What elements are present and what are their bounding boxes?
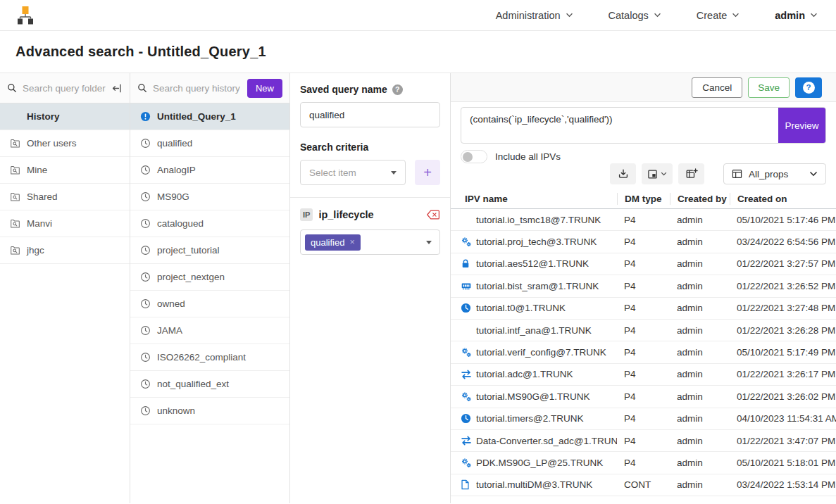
folder-item[interactable]: Manvi	[0, 210, 130, 237]
download-button[interactable]	[610, 163, 636, 184]
dm-type-cell: P4	[617, 258, 670, 269]
table-row[interactable]: tutorial.aes512@1.TRUNK P4 admin 01/22/2…	[451, 253, 836, 275]
query-history-item[interactable]: project_tutorial	[130, 237, 289, 264]
gears-icon	[461, 347, 476, 358]
folder-item[interactable]: Other users	[0, 130, 130, 157]
clock-icon	[140, 325, 151, 336]
table-toolbar: All_props	[461, 163, 826, 184]
include-all-ipvs-toggle[interactable]	[461, 150, 487, 163]
table-row[interactable]: tutorial.io_tsmc18@7.TRUNK P4 admin 05/1…	[451, 209, 836, 231]
created-by-cell: admin	[670, 258, 730, 269]
gears-icon	[461, 237, 476, 247]
memory-icon	[461, 281, 476, 291]
criteria-select-placeholder: Select item	[309, 168, 391, 178]
add-column-button[interactable]	[678, 163, 704, 184]
saved-query-name-label: Saved query name	[300, 84, 387, 95]
chevron-down-icon	[661, 172, 667, 176]
nav-menu-item[interactable]: Create	[697, 10, 740, 21]
query-history-item[interactable]: Untitled_Query_1	[130, 103, 289, 130]
query-history-item[interactable]: not_qualified_ext	[130, 371, 289, 398]
save-button[interactable]: Save	[748, 77, 790, 98]
created-on-cell: 05/10/2021 5:17:46 PM	[730, 215, 836, 225]
query-history-item[interactable]: JAMA	[130, 317, 289, 344]
add-criteria-button[interactable]: +	[415, 160, 440, 185]
query-history-item[interactable]: owned	[130, 291, 289, 317]
dm-type-cell: P4	[617, 458, 670, 468]
col-header-dm-type[interactable]: DM type	[617, 193, 670, 205]
ipv-name-cell: PDK.MS90G_LP@25.TRUNK	[476, 458, 617, 468]
query-history-item[interactable]: ISO26262_compliant	[130, 344, 289, 371]
query-history-item[interactable]: catalogued	[130, 210, 289, 237]
dm-type-cell: P4	[617, 215, 670, 225]
folders-list: History Other users Mine Shared	[0, 103, 130, 264]
cancel-button[interactable]: Cancel	[692, 77, 742, 98]
nav-menu-item[interactable]: Catalogs	[609, 10, 661, 21]
clock-icon	[140, 191, 151, 202]
col-header-created-on[interactable]: Created on	[730, 193, 836, 205]
chevron-down-icon	[566, 13, 573, 18]
table-row[interactable]: tutorial.bist_sram@1.TRUNK P4 admin 01/2…	[451, 275, 836, 297]
table-row[interactable]: tutorial.t0@1.TRUNK P4 admin 01/22/2021 …	[451, 298, 836, 320]
query-history-item[interactable]: MS90G	[130, 184, 289, 210]
query-history-item[interactable]: AnalogIP	[130, 157, 289, 184]
table-row[interactable]: PDK.MS90G_LP@25.TRUNK P4 admin 05/10/202…	[451, 452, 836, 474]
preview-button[interactable]: Preview	[778, 108, 825, 143]
clock-icon	[140, 379, 151, 389]
query-expression-box: (contains(`ip_lifecycle`,'qualified')) P…	[461, 107, 826, 144]
created-by-cell: admin	[670, 369, 730, 379]
clock-blue-icon	[461, 413, 476, 424]
query-history-item[interactable]: unknown	[130, 398, 289, 424]
saved-query-name-input[interactable]	[300, 102, 440, 127]
folder-item[interactable]: Mine	[0, 157, 130, 184]
new-query-button[interactable]: New	[247, 79, 282, 98]
col-header-created-by[interactable]: Created by	[670, 193, 730, 205]
remove-criteria-icon[interactable]	[426, 209, 440, 220]
help-icon[interactable]: ?	[392, 84, 403, 95]
swap-icon	[461, 370, 476, 379]
criteria-select[interactable]: Select item	[300, 160, 406, 185]
history-search-input[interactable]	[153, 83, 242, 94]
query-expression-text[interactable]: (contains(`ip_lifecycle`,'qualified'))	[461, 108, 778, 143]
query-editor-panel: Saved query name ? Search criteria Selec…	[290, 73, 451, 503]
criteria-value-select[interactable]: qualified ×	[300, 229, 440, 255]
app-logo-icon[interactable]	[14, 4, 37, 27]
table-row[interactable]: tutorial.verif_config@7.TRUNK P4 admin 0…	[451, 341, 836, 363]
table-row[interactable]: tutorial.proj_tech@3.TRUNK P4 admin 03/2…	[451, 231, 836, 253]
folder-search-icon	[10, 138, 20, 149]
remove-tag-icon[interactable]: ×	[349, 237, 354, 247]
folder-item[interactable]: History	[0, 103, 130, 130]
table-row[interactable]: Data-Converter.sd_adc@1.TRUNK P4 admin 0…	[451, 430, 836, 452]
dm-type-cell: P4	[617, 413, 670, 424]
help-button[interactable]: ?	[795, 77, 822, 98]
file-icon	[461, 479, 476, 490]
clock-icon	[140, 245, 151, 256]
table-row[interactable]: tutorial.intf_ana@1.TRUNK P4 admin 01/22…	[451, 320, 836, 341]
query-history-item[interactable]: project_nextgen	[130, 264, 289, 291]
table-row[interactable]: tutorial.MS90G@1.TRUNK P4 admin 01/22/20…	[451, 386, 836, 408]
search-icon	[7, 83, 17, 93]
table-add-icon	[685, 168, 698, 179]
folder-item[interactable]: Shared	[0, 184, 130, 210]
lock-icon	[461, 258, 476, 269]
col-header-ipv-name[interactable]: IPV name	[465, 193, 617, 205]
created-by-cell: admin	[670, 413, 730, 424]
folder-item[interactable]: jhgc	[0, 237, 130, 264]
props-dropdown[interactable]: All_props	[723, 163, 826, 184]
table-row[interactable]: tutorial.timers@2.TRUNK P4 admin 04/10/2…	[451, 408, 836, 430]
table-row[interactable]: tutorial.multiDM@3.TRUNK CONT admin 03/2…	[451, 474, 836, 496]
nav-menu-item[interactable]: Administration	[496, 10, 573, 21]
ipv-name-cell: tutorial.multiDM@3.TRUNK	[476, 479, 617, 490]
table-row[interactable]: tutorial.adc@1.TRUNK P4 admin 01/22/2021…	[451, 364, 836, 386]
history-search-bar: New	[130, 73, 289, 103]
ipv-name-cell: tutorial.MS90G@1.TRUNK	[476, 391, 617, 402]
collapse-panel-icon[interactable]	[111, 83, 123, 94]
query-history-item[interactable]: qualified	[130, 130, 289, 157]
folders-search-input[interactable]	[23, 83, 106, 94]
results-panel: Cancel Save ? (contains(`ip_lifecycle`,'…	[451, 73, 836, 503]
gears-icon	[461, 458, 476, 468]
dm-type-cell: P4	[617, 303, 670, 313]
dm-type-cell: P4	[617, 391, 670, 402]
export-image-button[interactable]	[642, 163, 673, 184]
nav-menu-item[interactable]: admin	[775, 10, 818, 21]
dm-type-cell: P4	[617, 325, 670, 336]
